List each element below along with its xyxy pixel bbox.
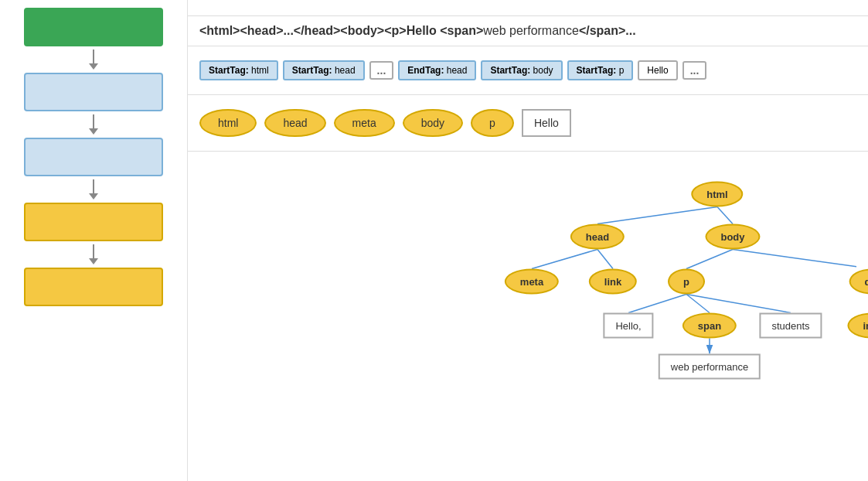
token-startbody: StartTag: body <box>481 60 562 80</box>
nodes-row: html head meta body p Hello <box>199 103 856 143</box>
svg-line-6 <box>733 250 856 269</box>
svg-line-3 <box>532 250 597 269</box>
svg-line-7 <box>628 295 686 313</box>
html-text: <html><head>...</head><body><p>Hello <sp… <box>199 24 636 37</box>
tokens-section: StartTag: html StartTag: head ... EndTag… <box>188 46 868 95</box>
dom-label-body: body <box>705 224 760 250</box>
dom-section: htmlheadbodymetalinkpdivHello,spanstuden… <box>188 152 868 481</box>
dom-node-body: body <box>705 224 760 250</box>
node-head: head <box>264 109 325 137</box>
arrow-2 <box>86 114 101 135</box>
dom-node-head: head <box>570 224 625 250</box>
token-starthead: StartTag: head <box>283 60 365 80</box>
svg-line-5 <box>686 250 733 269</box>
token-startp: StartTag: p <box>567 60 634 80</box>
token-dots-2: ... <box>682 61 707 80</box>
svg-line-4 <box>597 250 613 269</box>
svg-line-1 <box>597 207 717 224</box>
dom-node-img: img <box>847 313 868 339</box>
svg-line-2 <box>717 207 733 224</box>
dom-node-span: span <box>682 313 737 339</box>
dom-node-students: students <box>759 313 822 339</box>
dom-node-web-perf: web performance <box>659 354 761 380</box>
dom-node-hello-rect: Hello, <box>603 313 653 339</box>
arrow-3 <box>86 179 101 200</box>
dom-label-web-perf: web performance <box>659 354 761 380</box>
token-endhead: EndTag: head <box>398 60 476 80</box>
dom-label-head: head <box>570 224 625 250</box>
tokens-row: StartTag: html StartTag: head ... EndTag… <box>199 54 856 87</box>
dom-node-html: html <box>691 182 743 207</box>
dom-label-students: students <box>759 313 822 339</box>
token-dots-1: ... <box>369 61 394 80</box>
nodes-box <box>24 203 163 241</box>
bytes-section <box>188 0 868 16</box>
dom-svg <box>199 159 856 473</box>
arrow-4 <box>86 244 101 264</box>
dom-label-hello-rect: Hello, <box>603 313 653 339</box>
right-panel: <html><head>...</head><body><p>Hello <sp… <box>187 0 868 481</box>
dom-node-meta: meta <box>505 269 559 295</box>
dom-label-p: p <box>668 269 705 295</box>
dom-label-html: html <box>691 182 743 207</box>
characters-box <box>24 73 163 111</box>
dom-label-link: link <box>589 269 637 295</box>
node-meta: meta <box>334 109 395 137</box>
dom-node-div: div <box>849 269 868 295</box>
dom-label-img: img <box>847 313 868 339</box>
dom-label-meta: meta <box>505 269 559 295</box>
dom-node-p: p <box>668 269 705 295</box>
node-hello-rect: Hello <box>522 109 571 137</box>
left-panel <box>0 0 187 481</box>
node-body: body <box>403 109 463 137</box>
dom-node-link: link <box>589 269 637 295</box>
svg-line-9 <box>686 295 791 313</box>
svg-line-8 <box>686 295 710 313</box>
dom-label-div: div <box>849 269 868 295</box>
dom-label-span: span <box>682 313 737 339</box>
arrow-1 <box>86 49 101 70</box>
dom-box <box>24 268 163 306</box>
tokens-box <box>24 138 163 176</box>
dom-container: htmlheadbodymetalinkpdivHello,spanstuden… <box>199 159 856 473</box>
node-p: p <box>471 109 514 137</box>
token-starthtml: StartTag: html <box>199 60 278 80</box>
bytes-box <box>24 8 163 46</box>
characters-section: <html><head>...</head><body><p>Hello <sp… <box>188 16 868 46</box>
node-html: html <box>199 109 257 137</box>
token-hello: Hello <box>638 60 677 80</box>
nodes-section: html head meta body p Hello <box>188 95 868 152</box>
web-performance-text: web performance <box>483 24 579 37</box>
